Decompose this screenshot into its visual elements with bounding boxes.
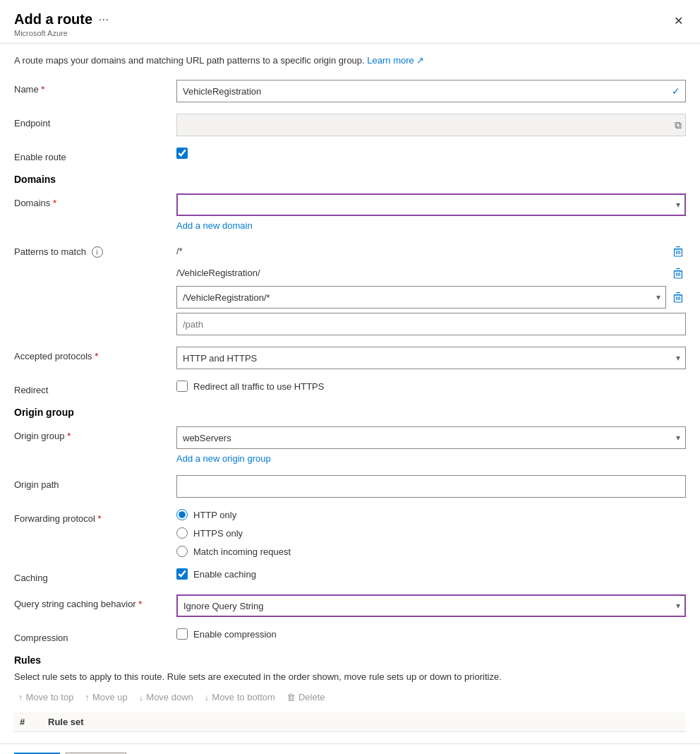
name-control-area: ✓ <box>176 80 686 102</box>
move-bottom-button[interactable]: ↓ Move to bottom <box>200 689 279 705</box>
info-text: A route maps your domains and matching U… <box>14 55 686 66</box>
enable-route-row: Enable route <box>14 148 686 162</box>
svg-rect-1 <box>676 246 680 247</box>
enable-compression-checkbox[interactable] <box>176 628 188 640</box>
domains-field-label: Domains * <box>14 193 176 208</box>
enable-compression-label: Enable compression <box>193 629 277 640</box>
pattern-row-1: /* <box>176 242 686 260</box>
move-up-arrow-icon: ↑ <box>85 692 90 702</box>
rules-table: # Rule set <box>14 712 686 732</box>
delete-rule-button[interactable]: 🗑 Delete <box>282 689 330 705</box>
https-only-row: HTTPS only <box>176 527 686 539</box>
patterns-info-icon[interactable]: i <box>92 246 103 258</box>
move-up-button[interactable]: ↑ Move up <box>80 689 131 705</box>
svg-rect-7 <box>676 268 680 269</box>
add-domain-link[interactable]: Add a new domain <box>176 220 253 231</box>
dialog-footer: Add Cancel <box>0 743 700 754</box>
more-options-icon[interactable]: ··· <box>98 12 109 27</box>
origin-group-row: Origin group * webServers ▾ Add a new or… <box>14 426 686 464</box>
redirect-checkbox[interactable] <box>176 381 188 392</box>
enable-route-label: Enable route <box>14 148 176 162</box>
match-incoming-label: Match incoming request <box>193 546 291 557</box>
origin-path-row: Origin path <box>14 475 686 498</box>
dialog-title: Add a route <box>14 11 92 28</box>
endpoint-input[interactable] <box>176 114 686 136</box>
accepted-protocols-select[interactable]: HTTP and HTTPS HTTP only HTTPS only <box>176 347 686 369</box>
svg-rect-9 <box>676 273 677 276</box>
origin-path-input[interactable] <box>176 475 686 498</box>
move-bottom-arrow-icon: ↓ <box>205 692 210 702</box>
copy-endpoint-button[interactable]: ⧉ <box>675 119 682 131</box>
rules-table-header-row: # Rule set <box>14 712 686 732</box>
match-incoming-radio[interactable] <box>176 546 188 557</box>
forwarding-protocol-row: Forwarding protocol * HTTP only HTTPS on… <box>14 509 686 557</box>
forwarding-protocol-radio-group: HTTP only HTTPS only Match incoming requ… <box>176 509 686 557</box>
compression-label: Compression <box>14 628 176 643</box>
http-only-label: HTTP only <box>193 510 236 520</box>
origin-group-section: Origin group <box>14 407 686 418</box>
enable-route-checkbox[interactable] <box>176 148 188 159</box>
accepted-protocols-label: Accepted protocols * <box>14 347 176 361</box>
add-route-dialog: Add a route ··· Microsoft Azure ✕ A rout… <box>0 0 700 754</box>
svg-rect-4 <box>677 251 678 254</box>
pattern-row-3: /VehicleRegistration/* ▾ <box>176 286 686 309</box>
qs-caching-select[interactable]: Ignore Query String Include Query String <box>176 594 686 617</box>
pattern-row-2: /VehicleRegistration/ <box>176 264 686 282</box>
name-label: Name * <box>14 80 176 95</box>
name-row: Name * ✓ <box>14 80 686 102</box>
pattern-4-input[interactable] <box>176 313 686 335</box>
redirect-label: Redirect <box>14 381 176 395</box>
delete-pattern-3-button[interactable] <box>670 290 686 304</box>
add-origin-group-link[interactable]: Add a new origin group <box>176 453 271 464</box>
compression-row: Compression Enable compression <box>14 628 686 643</box>
svg-rect-10 <box>677 273 678 276</box>
caching-label: Caching <box>14 568 176 583</box>
learn-more-link[interactable]: Learn more ↗ <box>367 55 423 66</box>
domains-section: Domains <box>14 174 686 185</box>
pattern-3-select[interactable]: /VehicleRegistration/* <box>176 286 666 309</box>
endpoint-row: Endpoint ⧉ <box>14 114 686 136</box>
domains-row: Domains * ▾ Add a new domain <box>14 193 686 231</box>
origin-path-label: Origin path <box>14 475 176 490</box>
move-top-button[interactable]: ↑ Move to top <box>14 689 78 705</box>
http-only-radio[interactable] <box>176 509 188 520</box>
match-incoming-row: Match incoming request <box>176 546 686 557</box>
accepted-protocols-row: Accepted protocols * HTTP and HTTPS HTTP… <box>14 347 686 369</box>
origin-group-select[interactable]: webServers <box>176 426 686 449</box>
patterns-area: /* /VehicleRegistration/ <box>176 242 686 335</box>
delete-pattern-2-button[interactable] <box>670 266 686 280</box>
caching-checkbox-row: Enable caching <box>176 568 686 580</box>
rules-col-ruleset: Rule set <box>42 712 686 732</box>
svg-rect-13 <box>676 292 680 293</box>
domains-select[interactable] <box>176 193 686 216</box>
domains-section-header: Domains <box>14 174 686 185</box>
move-top-arrow-icon: ↑ <box>18 692 23 702</box>
svg-rect-17 <box>680 297 680 300</box>
move-down-arrow-icon: ↓ <box>139 692 144 702</box>
close-button[interactable]: ✕ <box>671 11 686 30</box>
https-only-radio[interactable] <box>176 527 188 539</box>
delete-rule-icon: 🗑 <box>286 692 296 702</box>
redirect-row: Redirect Redirect all traffic to use HTT… <box>14 381 686 395</box>
caching-row: Caching Enable caching <box>14 568 686 583</box>
dialog-header: Add a route ··· Microsoft Azure ✕ <box>0 0 700 44</box>
rules-col-number: # <box>14 712 42 732</box>
pattern-2-text: /VehicleRegistration/ <box>176 264 666 282</box>
svg-rect-5 <box>680 251 680 254</box>
delete-pattern-1-button[interactable] <box>670 244 686 258</box>
name-input[interactable] <box>176 80 686 102</box>
https-only-label: HTTPS only <box>193 528 243 539</box>
rules-description: Select rule sets to apply to this route.… <box>14 671 686 682</box>
pattern-1-text: /* <box>176 242 666 260</box>
qs-caching-row: Query string caching behavior * Ignore Q… <box>14 594 686 617</box>
origin-group-label: Origin group * <box>14 426 176 441</box>
forwarding-protocol-label: Forwarding protocol * <box>14 509 176 524</box>
name-check-icon: ✓ <box>672 85 680 97</box>
http-only-row: HTTP only <box>176 509 686 520</box>
enable-caching-label: Enable caching <box>193 569 256 580</box>
patterns-label: Patterns to match i <box>14 242 176 258</box>
pattern-row-4 <box>176 313 686 335</box>
enable-caching-checkbox[interactable] <box>176 568 188 580</box>
endpoint-label: Endpoint <box>14 114 176 128</box>
move-down-button[interactable]: ↓ Move down <box>135 689 198 705</box>
